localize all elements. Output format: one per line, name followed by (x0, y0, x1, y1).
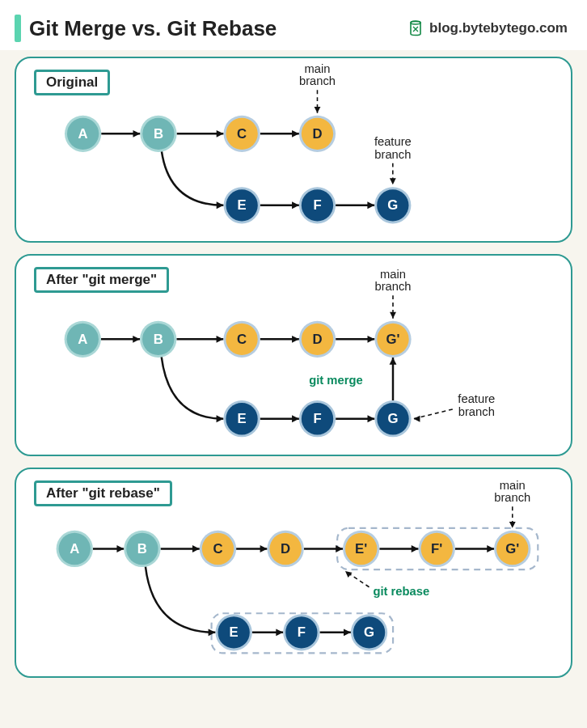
annotation: mainbranch (374, 268, 411, 319)
commit-node-F: F (299, 187, 336, 223)
svg-text:E: E (238, 197, 247, 213)
svg-text:D: D (312, 126, 322, 142)
arrowhead-icon (292, 130, 299, 138)
edge-Ep-Fp (379, 545, 418, 552)
brand-logo-icon (407, 19, 424, 37)
edge-B-E (146, 566, 216, 636)
panel-original: Original mainbranch featurebranch A B (15, 57, 572, 243)
annotation: git rebase (343, 569, 429, 598)
arrowhead-icon (292, 201, 299, 209)
svg-text:D: D (281, 541, 290, 557)
edge-F-G (319, 629, 350, 636)
header: Git Merge vs. Git Rebase blog.bytebytego… (0, 0, 587, 50)
edge-Fp-Gp (455, 545, 494, 552)
svg-text:C: C (213, 541, 222, 557)
svg-marker-9 (390, 178, 396, 184)
arrowhead-icon (292, 415, 299, 422)
arrowhead-icon (367, 201, 374, 209)
arrowhead-icon (133, 336, 140, 343)
commit-node-D: D (268, 531, 304, 567)
edge-B-E (162, 151, 224, 209)
commit-node-G': G' (374, 321, 411, 358)
svg-text:A: A (78, 126, 88, 142)
svg-text:B: B (154, 332, 163, 347)
commit-node-F: F (283, 614, 319, 650)
svg-text:E: E (237, 411, 246, 426)
commit-node-G': G' (494, 531, 530, 567)
commit-node-C: C (223, 321, 260, 358)
annotation: featurebranch (374, 135, 412, 184)
edge-F-G (336, 415, 374, 422)
edge-B-C (176, 336, 223, 343)
svg-marker-41 (414, 416, 420, 422)
annotation-label: mainbranch (494, 479, 530, 505)
panel-merge: After "git merge" mainbranchgit merge fe… (15, 254, 572, 456)
svg-marker-77 (343, 569, 352, 578)
title-wrap: Git Merge vs. Git Rebase (15, 15, 277, 42)
annotation: mainbranch (299, 62, 336, 113)
commit-node-E': E' (343, 531, 379, 567)
annotation-label: mainbranch (374, 268, 411, 294)
svg-marker-7 (315, 107, 321, 113)
arrowhead-icon (260, 545, 268, 552)
arrowhead-icon (133, 130, 141, 138)
edge-B-C (161, 545, 200, 552)
annotation-label: featurebranch (374, 135, 412, 161)
edge-A-B (93, 545, 124, 552)
commit-node-G: G (351, 614, 387, 650)
edge-D-Ep (304, 545, 343, 552)
svg-text:E: E (230, 624, 239, 640)
svg-text:G': G' (505, 541, 519, 557)
arrowhead-icon (116, 545, 124, 552)
commit-node-B: B (140, 116, 176, 152)
svg-text:C: C (237, 126, 247, 142)
commit-node-F: F (299, 400, 336, 437)
arrowhead-icon (276, 629, 283, 636)
edge-G-Gp (390, 358, 397, 400)
svg-marker-75 (509, 522, 516, 528)
page: Git Merge vs. Git Rebase blog.bytebytego… (0, 0, 587, 728)
panel-label: Original (34, 70, 110, 95)
panel-rebase: After "git rebase" mainbranch git rebase (15, 468, 572, 678)
arrowhead-icon (217, 336, 224, 343)
commit-node-G: G (374, 187, 411, 223)
arrowhead-icon (192, 545, 200, 552)
commit-node-B: B (124, 531, 160, 567)
commit-node-E: E (223, 400, 260, 437)
arrowhead-icon (344, 629, 351, 636)
svg-text:D: D (312, 332, 322, 347)
edge-A-B (101, 336, 140, 343)
commit-node-A: A (65, 321, 101, 358)
commit-node-C: C (200, 531, 236, 567)
svg-text:G: G (387, 411, 398, 426)
edge-C-D (236, 545, 267, 552)
edge-F-G (336, 201, 374, 209)
svg-text:F: F (313, 411, 321, 426)
commit-node-A: A (57, 531, 93, 567)
commit-node-E: E (224, 187, 260, 223)
arrowhead-icon (390, 358, 397, 365)
commit-node-G: G (374, 400, 411, 437)
arrowhead-icon (217, 415, 224, 422)
edge-C-D (260, 130, 299, 138)
arrowhead-icon (217, 201, 224, 209)
svg-text:B: B (154, 126, 163, 142)
arrowhead-icon (412, 545, 419, 552)
arrowhead-icon (292, 336, 299, 343)
commit-node-D: D (299, 116, 336, 152)
commit-node-A: A (65, 116, 101, 152)
title-accent-bar (15, 15, 21, 42)
annotation-label: mainbranch (299, 62, 336, 88)
annotation: git merge (309, 374, 362, 387)
arrowhead-icon (336, 545, 343, 552)
svg-text:C: C (237, 332, 247, 347)
svg-point-0 (411, 21, 420, 24)
annotation-label: git merge (309, 374, 362, 387)
commit-node-E: E (216, 614, 252, 650)
edge-E-F (260, 201, 299, 209)
svg-text:F: F (298, 624, 306, 640)
annotation-label: git rebase (373, 585, 429, 598)
arrowhead-icon (368, 415, 375, 422)
arrowhead-icon (368, 336, 375, 343)
svg-marker-39 (390, 312, 396, 319)
